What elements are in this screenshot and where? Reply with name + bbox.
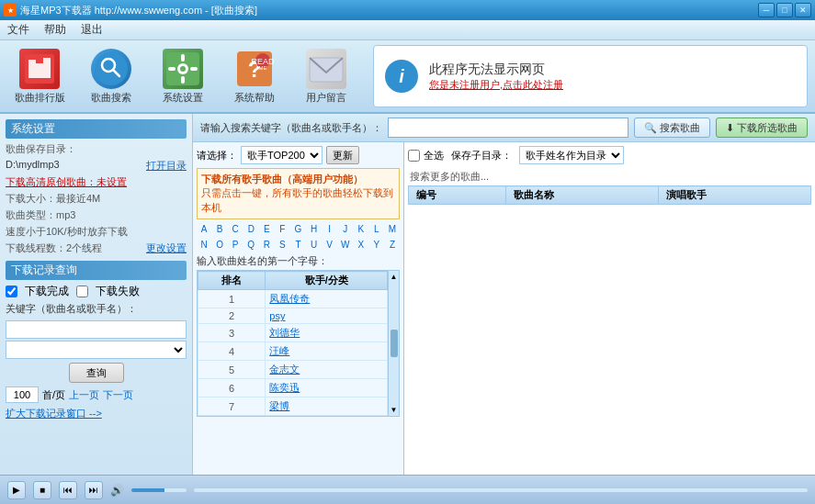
singer-name-cell: 汪峰	[266, 342, 388, 361]
minimize-button[interactable]: ─	[758, 3, 775, 17]
alpha-K[interactable]: K	[354, 223, 368, 235]
keyword-dropdown[interactable]	[6, 341, 187, 359]
svg-rect-13	[190, 67, 198, 71]
alpha-N[interactable]: N	[197, 239, 211, 251]
menu-help[interactable]: 帮助	[44, 22, 66, 38]
alpha-G[interactable]: G	[290, 223, 305, 235]
alpha-E[interactable]: E	[259, 223, 274, 235]
more-settings-link[interactable]: 更改设置	[146, 241, 187, 255]
search-songs-button[interactable]: 🔍 搜索歌曲	[634, 118, 710, 138]
singer-row: 2psy	[198, 308, 388, 324]
menu-exit[interactable]: 退出	[81, 22, 103, 38]
toolbar-syshelp-button[interactable]: ? READ ME 系统帮助	[222, 45, 287, 108]
update-button[interactable]: 更新	[326, 146, 359, 164]
maximize-button[interactable]: □	[776, 3, 793, 17]
singer-row: 3刘德华	[198, 324, 388, 342]
singer-row: 4汪峰	[198, 342, 388, 361]
toolbar-settings-button[interactable]: 系统设置	[151, 45, 215, 108]
singer-name-link[interactable]: 汪峰	[269, 345, 289, 356]
toolbar-rank-button[interactable]: 歌曲排行版	[7, 45, 72, 108]
alpha-L[interactable]: L	[369, 223, 384, 235]
checkbox-done[interactable]	[6, 286, 17, 297]
alpha-W[interactable]: W	[338, 239, 353, 251]
svg-rect-3	[43, 58, 51, 78]
alpha-D[interactable]: D	[243, 223, 258, 235]
select-all-checkbox[interactable]	[408, 150, 420, 162]
svg-rect-10	[181, 54, 185, 62]
alpha-V[interactable]: V	[323, 239, 337, 251]
search-bar-label: 请输入搜索关键字（歌曲名或歌手名）：	[200, 121, 382, 135]
alpha-T[interactable]: T	[290, 239, 305, 251]
alpha-I[interactable]: I	[323, 223, 337, 235]
singer-name-link[interactable]: 梁博	[269, 400, 289, 411]
stop-button[interactable]: ■	[33, 481, 51, 499]
info-register-link[interactable]: 您是未注册用户,点击此处注册	[429, 78, 563, 92]
col-artist: 演唱歌手	[659, 186, 811, 205]
info-icon: i	[385, 60, 418, 93]
alpha-Q[interactable]: Q	[243, 239, 258, 251]
menu-bar: 文件 帮助 退出	[0, 20, 815, 40]
alpha-U[interactable]: U	[307, 239, 322, 251]
progress-bar[interactable]	[194, 488, 808, 492]
alpha-R[interactable]: R	[259, 239, 274, 251]
next-page-button[interactable]: 下一页	[103, 388, 133, 402]
singer-name-cell: 梁博	[266, 398, 388, 416]
search-hint: 搜索更多的歌曲...	[408, 168, 811, 185]
message-label: 用户留言	[306, 91, 346, 105]
search-label: 歌曲搜索	[91, 91, 131, 105]
message-icon	[306, 49, 346, 89]
query-button[interactable]: 查询	[69, 363, 124, 383]
syshelp-label: 系统帮助	[234, 91, 275, 105]
alpha-F[interactable]: F	[275, 223, 289, 235]
svg-rect-11	[181, 76, 185, 84]
select-all-label: 全选	[424, 149, 444, 162]
alpha-J[interactable]: J	[338, 223, 353, 235]
toolbar-search-button[interactable]: 歌曲搜索	[79, 45, 143, 108]
singer-name-link[interactable]: 陈奕迅	[269, 382, 300, 393]
singer-rank-cell: 5	[198, 361, 266, 379]
download-selected-button[interactable]: ⬇ 下载所选歌曲	[716, 118, 808, 138]
singer-name-link[interactable]: 凤凰传奇	[269, 293, 310, 304]
alpha-A[interactable]: A	[197, 223, 211, 235]
alpha-Y[interactable]: Y	[369, 239, 384, 251]
search-main-input[interactable]	[388, 118, 628, 138]
singer-name-link[interactable]: psy	[269, 310, 285, 321]
filter-select[interactable]: 歌手TOP200	[241, 146, 323, 164]
alpha-M[interactable]: M	[385, 223, 400, 235]
alpha-P[interactable]: P	[228, 239, 243, 251]
svg-text:ME: ME	[259, 65, 267, 71]
page-number-input[interactable]	[6, 386, 39, 403]
alpha-X[interactable]: X	[354, 239, 368, 251]
checkbox-row: 下载完成 下载失败	[6, 284, 187, 299]
alpha-O[interactable]: O	[212, 239, 227, 251]
checkbox-failed[interactable]	[76, 286, 88, 297]
play-button[interactable]: ▶	[7, 481, 26, 499]
toolbar-message-button[interactable]: 用户留言	[294, 45, 358, 108]
open-dir-link[interactable]: 打开目录	[146, 159, 187, 173]
search-icon	[91, 49, 131, 89]
volume-slider[interactable]	[131, 488, 187, 492]
alphabet-grid-row1: A B C D E F G H I J K L M	[197, 223, 400, 235]
prev-track-button[interactable]: ⏮	[59, 481, 77, 499]
download-all-desc: 只需点击一键，所有歌手的歌曲轻松下载到本机	[201, 186, 395, 215]
singer-row: 7梁博	[198, 398, 388, 416]
svg-rect-2	[36, 63, 43, 78]
alpha-H[interactable]: H	[307, 223, 322, 235]
close-button[interactable]: ✕	[795, 3, 811, 17]
save-dir-select[interactable]: 歌手姓名作为目录	[519, 146, 624, 164]
alpha-B[interactable]: B	[212, 223, 227, 235]
svg-point-9	[180, 66, 186, 72]
next-track-button[interactable]: ⏭	[85, 481, 103, 499]
type-label: 歌曲类型：mp3	[6, 209, 75, 220]
menu-file[interactable]: 文件	[7, 22, 29, 38]
singer-name-link[interactable]: 刘德华	[269, 327, 300, 338]
keyword-input[interactable]	[6, 320, 187, 339]
singer-rank-cell: 1	[198, 290, 266, 308]
expand-window-link[interactable]: 扩大下载记录窗口 -->	[6, 408, 102, 419]
alpha-S[interactable]: S	[275, 239, 289, 251]
checkbox-failed-label: 下载失败	[96, 284, 140, 299]
prev-page-button[interactable]: 上一页	[69, 388, 99, 402]
alpha-Z[interactable]: Z	[385, 239, 400, 251]
singer-name-link[interactable]: 金志文	[269, 364, 300, 375]
alpha-C[interactable]: C	[228, 223, 243, 235]
